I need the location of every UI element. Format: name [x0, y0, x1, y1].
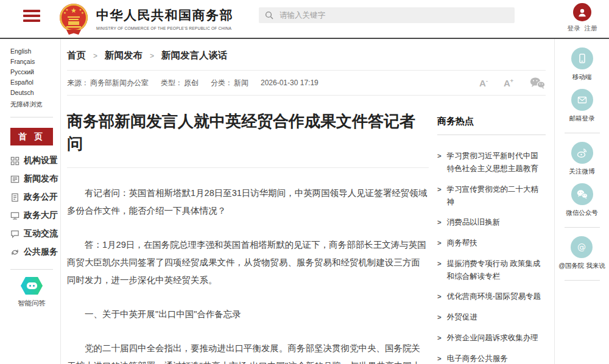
monitor-icon	[10, 211, 19, 220]
news-icon	[10, 175, 19, 184]
hot-topic-item[interactable]: > 提振消费专项行动 政策集成和综合解读专栏	[437, 257, 546, 284]
hot-topic-label: 商务帮扶	[447, 237, 477, 250]
login-link[interactable]: 登录	[568, 24, 580, 33]
hot-topic-label: 学习贯彻习近平新时代中国特色社会主义思想主题教育	[447, 150, 546, 176]
sidebar-item-public-service[interactable]: 公共服务	[10, 243, 60, 261]
font-decrease-button[interactable]: A-	[479, 79, 488, 88]
wechat-share-icon[interactable]	[529, 77, 546, 89]
article-paragraph: 一、关于中英开展"出口中国"合作备忘录	[67, 306, 429, 323]
type-label: 类型：	[161, 79, 183, 87]
chevron-right-icon: >	[437, 332, 442, 345]
mail-icon	[571, 89, 593, 111]
svg-text:@: @	[577, 242, 586, 252]
language-link[interactable]: Русский	[10, 68, 34, 75]
page-body: EnglishFrançaisРусскийEspañolDeutsch 无障碍…	[0, 39, 609, 364]
left-sidebar: EnglishFrançaisРусскийEspañolDeutsch 无障碍…	[0, 39, 61, 364]
breadcrumb: 首页新闻发布新闻发言人谈话	[67, 39, 546, 62]
rail-item-mobile[interactable]: 移动端	[571, 47, 593, 82]
rail-item-mail-login[interactable]: 邮箱登录	[569, 89, 595, 123]
wechat-icon	[571, 183, 593, 205]
hot-topic-item[interactable]: > 学习贯彻习近平新时代中国特色社会主义思想主题教育	[437, 150, 546, 176]
sidebar-item-label: 政务公开	[24, 192, 58, 203]
chevron-right-icon: >	[437, 150, 442, 176]
hot-topic-item[interactable]: > 外贸促进	[437, 311, 546, 324]
register-link[interactable]: 注册	[585, 24, 597, 33]
smart-qa-button[interactable]: 智能问答	[10, 277, 53, 308]
font-increase-button[interactable]: A+	[504, 79, 513, 88]
language-link[interactable]: Español	[10, 79, 33, 86]
chevron-right-icon: >	[437, 237, 442, 250]
rail-item-wechat[interactable]: 微信公众号	[566, 183, 598, 217]
hot-topics-panel: 商务热点 > 学习贯彻习近平新时代中国特色社会主义思想主题教育 >	[437, 96, 546, 364]
hot-topic-item[interactable]: > 优化营商环境-国际贸易专题	[437, 290, 546, 304]
accessibility-link[interactable]: 无障碍浏览	[10, 100, 60, 109]
search-bar[interactable]	[259, 7, 515, 23]
hot-topic-item[interactable]: > 消费品以旧换新	[437, 216, 546, 229]
search-input[interactable]	[278, 10, 509, 20]
language-link[interactable]: English	[10, 47, 31, 55]
site-title: 中华人民共和国商务部	[96, 7, 233, 24]
site-subtitle: MINISTRY OF COMMERCE OF THE PEOPLE'S REP…	[96, 26, 233, 30]
chevron-right-icon: >	[437, 216, 442, 229]
sidebar-item-interaction[interactable]: 互动交流	[10, 225, 60, 243]
at-icon: @	[571, 236, 593, 258]
language-link[interactable]: Deutsch	[10, 89, 34, 96]
site-header: ★ ★ ★ ★ ★ 中华人民共和国商务部 MINISTRY OF COMMERC…	[0, 0, 609, 39]
hot-topics-title: 商务热点	[437, 116, 546, 127]
sidebar-item-service-hall[interactable]: 政务大厅	[10, 206, 60, 225]
rail-label: 邮箱登录	[569, 114, 595, 123]
sidebar-divider	[10, 269, 53, 270]
sidebar-item-label: 公共服务	[24, 247, 58, 257]
sidebar-nav: 机构设置 新闻发布 政务公开	[10, 152, 60, 261]
article-tools: A- A+	[479, 77, 546, 89]
hot-topic-item[interactable]: > 商务帮扶	[437, 237, 546, 250]
hot-topic-label: 优化营商环境-国际贸易专题	[447, 290, 541, 304]
article-title: 商务部新闻发言人就中英经贸合作成果文件答记者问	[67, 110, 429, 155]
hot-topic-label: 提振消费专项行动 政策集成和综合解读专栏	[447, 257, 546, 284]
rail-item-weibo[interactable]: 关注微博	[569, 142, 595, 176]
weibo-icon	[571, 142, 593, 164]
hot-topic-item[interactable]: > 电子商务公共服务	[437, 352, 546, 364]
smart-qa-label: 智能问答	[18, 299, 46, 308]
language-links: EnglishFrançaisРусскийEspañolDeutsch	[10, 47, 58, 96]
breadcrumb-item[interactable]: 新闻发言人谈话	[143, 49, 228, 62]
category-value: 新闻	[234, 79, 248, 87]
chevron-right-icon: >	[437, 311, 442, 324]
rail-divider	[565, 133, 600, 133]
sidebar-item-label: 互动交流	[24, 228, 58, 239]
hot-topic-item[interactable]: > 外资企业问题诉求收集办理	[437, 332, 546, 345]
language-link[interactable]: Français	[10, 58, 35, 65]
mofcom-page: ★ ★ ★ ★ ★ 中华人民共和国商务部 MINISTRY OF COMMERC…	[0, 0, 609, 364]
sidebar-item-label: 机构设置	[24, 155, 58, 166]
hot-topic-label: 消费品以旧换新	[447, 216, 501, 229]
sidebar-item-orgs[interactable]: 机构设置	[10, 152, 60, 170]
breadcrumb-item[interactable]: 新闻发布	[86, 49, 143, 62]
national-emblem-logo: ★ ★ ★ ★ ★	[58, 2, 89, 38]
source-value: 商务部新闻办公室	[90, 79, 149, 87]
rail-item-state-council[interactable]: @ @国务院 我来说	[558, 236, 605, 270]
hot-topic-label: 电子商务公共服务	[447, 352, 508, 364]
hot-topic-item[interactable]: > 学习宣传贯彻党的二十大精神	[437, 183, 546, 209]
svg-text:★: ★	[71, 7, 77, 14]
sidebar-item-gov-info[interactable]: 政务公开	[10, 188, 60, 206]
home-button[interactable]: 首 页	[10, 128, 53, 145]
article: 商务部新闻发言人就中英经贸合作成果文件答记者问 有记者问：英国首相斯塔默1月28…	[67, 96, 429, 364]
user-account-icon[interactable]	[573, 3, 591, 21]
hot-topics-list: > 学习贯彻习近平新时代中国特色社会主义思想主题教育 > 学习宣传贯彻党的二十大…	[437, 150, 546, 364]
article-body: 有记者问：英国首相斯塔默1月28日至31日访华期间，中英两国领导人见证签署经贸领…	[67, 184, 429, 364]
svg-text:★: ★	[81, 11, 84, 15]
robot-chat-icon	[21, 277, 43, 295]
sidebar-item-label: 政务大厅	[24, 210, 58, 221]
chat-icon	[10, 229, 19, 239]
menu-icon[interactable]	[23, 10, 40, 24]
chevron-right-icon: >	[437, 290, 442, 304]
article-meta: 来源：商务部新闻办公室 类型：原创 分类：新闻 2026-01-30 17:19…	[67, 71, 546, 95]
breadcrumb-item[interactable]: 首页	[67, 49, 86, 62]
mobile-icon	[571, 47, 593, 69]
sidebar-item-news[interactable]: 新闻发布	[10, 170, 60, 188]
sidebar-item-label: 新闻发布	[24, 173, 58, 184]
hot-topics-divider	[437, 135, 546, 135]
site-brand: 中华人民共和国商务部 MINISTRY OF COMMERCE OF THE P…	[96, 7, 233, 30]
rail-divider	[565, 227, 600, 228]
title-divider	[67, 167, 429, 168]
